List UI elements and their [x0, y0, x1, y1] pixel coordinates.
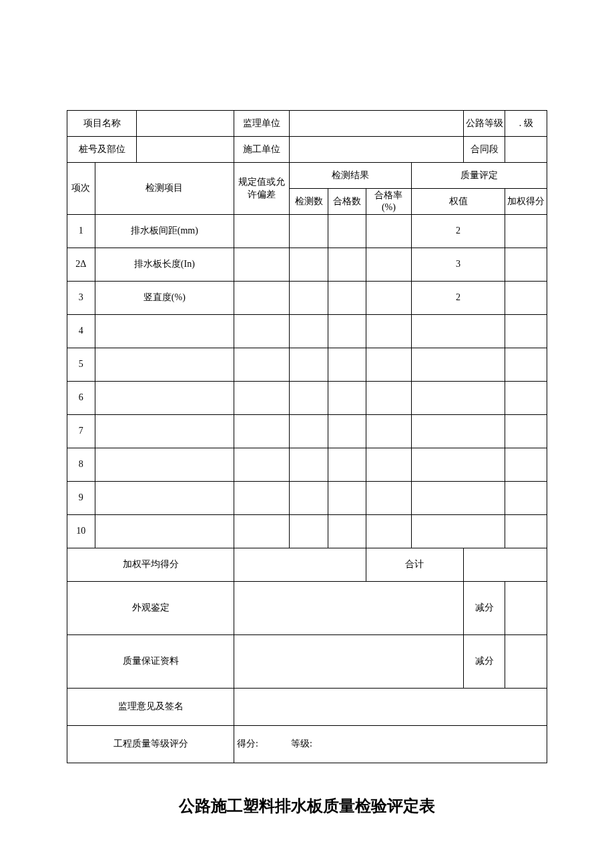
cell-score	[505, 248, 547, 282]
cell-weight	[411, 482, 505, 515]
qa-docs-value	[234, 635, 464, 689]
col-pass-rate: 合格率(%)	[366, 189, 412, 215]
col-spec: 规定值或允许偏差	[234, 163, 290, 215]
deduct-label: 减分	[463, 635, 505, 689]
road-grade-value: . 级	[505, 111, 547, 137]
cell-no: 1	[67, 215, 95, 248]
table-row: 1 排水板间距(mm) 2	[67, 215, 547, 248]
supervisor-row: 监理意见及签名	[67, 689, 547, 726]
cell-weight	[411, 515, 505, 548]
col-pass-count: 合格数	[328, 189, 366, 215]
deduct-value	[505, 582, 547, 635]
cell-inspect	[290, 415, 328, 448]
table-row: 2Δ 排水板长度(In) 3	[67, 248, 547, 282]
cell-weight	[411, 415, 505, 448]
cell-weight: 2	[411, 215, 505, 248]
cell-score	[505, 415, 547, 448]
table-row: 5	[67, 348, 547, 382]
deduct-value	[505, 635, 547, 689]
cell-spec	[234, 215, 290, 248]
supervisor-opinion-label: 监理意见及签名	[67, 689, 234, 726]
cell-inspect	[290, 515, 328, 548]
cell-pass	[328, 215, 366, 248]
cell-score	[505, 315, 547, 348]
table-row: 10	[67, 515, 547, 548]
cell-spec	[234, 348, 290, 382]
cell-score	[505, 448, 547, 482]
project-name-value	[137, 111, 234, 137]
quality-grade-row: 工程质量等级评分 得分: 等级:	[67, 726, 547, 763]
cell-inspect	[290, 348, 328, 382]
cell-spec	[234, 282, 290, 315]
total-value	[463, 548, 547, 582]
cell-no: 9	[67, 482, 95, 515]
quality-grade-value: 得分: 等级:	[234, 726, 547, 763]
quality-grade-label: 工程质量等级评分	[67, 726, 234, 763]
contract-section-label: 合同段	[463, 137, 505, 163]
table-row: 6	[67, 382, 547, 415]
cell-rate	[366, 382, 412, 415]
cell-weight: 3	[411, 248, 505, 282]
cell-rate	[366, 348, 412, 382]
cell-weight	[411, 348, 505, 382]
table-row: 4	[67, 315, 547, 348]
cell-weight	[411, 382, 505, 415]
col-inspection-results: 检测结果	[290, 163, 411, 189]
cell-score	[505, 282, 547, 315]
cell-no: 8	[67, 448, 95, 482]
project-name-label: 项目名称	[67, 111, 137, 137]
cell-rate	[366, 515, 412, 548]
cell-spec	[234, 415, 290, 448]
column-header-row-1: 项次 检测项目 规定值或允许偏差 检测结果 质量评定	[67, 163, 547, 189]
cell-no: 7	[67, 415, 95, 448]
cell-no: 10	[67, 515, 95, 548]
cell-rate	[366, 315, 412, 348]
table-row: 7	[67, 415, 547, 448]
construction-unit-value	[290, 137, 463, 163]
cell-item	[95, 382, 234, 415]
col-quality-eval: 质量评定	[411, 163, 547, 189]
cell-pass	[328, 448, 366, 482]
cell-inspect	[290, 215, 328, 248]
qa-docs-row: 质量保证资料 减分	[67, 635, 547, 689]
appearance-value	[234, 582, 464, 635]
appearance-row: 外观鉴定 减分	[67, 582, 547, 635]
cell-no: 5	[67, 348, 95, 382]
weighted-avg-row: 加权平均得分 合计	[67, 548, 547, 582]
cell-item: 排水板间距(mm)	[95, 215, 234, 248]
cell-score	[505, 482, 547, 515]
road-grade-label: 公路等级	[463, 111, 505, 137]
cell-item: 竖直度(%)	[95, 282, 234, 315]
cell-no: 3	[67, 282, 95, 315]
supervisor-opinion-value	[234, 689, 547, 726]
cell-pass	[328, 282, 366, 315]
weighted-avg-label: 加权平均得分	[67, 548, 234, 582]
cell-spec	[234, 248, 290, 282]
total-label: 合计	[366, 548, 464, 582]
cell-pass	[328, 415, 366, 448]
cell-inspect	[290, 315, 328, 348]
station-label: 桩号及部位	[67, 137, 137, 163]
col-inspection-item: 检测项目	[95, 163, 234, 215]
score-text: 得分:	[237, 739, 258, 749]
cell-item	[95, 415, 234, 448]
col-item-no: 项次	[67, 163, 95, 215]
cell-pass	[328, 315, 366, 348]
cell-inspect	[290, 482, 328, 515]
col-weighted-score: 加权得分	[505, 189, 547, 215]
cell-spec	[234, 515, 290, 548]
cell-pass	[328, 482, 366, 515]
cell-pass	[328, 248, 366, 282]
table-row: 8	[67, 448, 547, 482]
weighted-avg-value	[234, 548, 366, 582]
cell-item	[95, 315, 234, 348]
cell-inspect	[290, 382, 328, 415]
cell-rate	[366, 482, 412, 515]
supervision-unit-value	[290, 111, 463, 137]
cell-weight	[411, 315, 505, 348]
cell-inspect	[290, 248, 328, 282]
cell-rate	[366, 415, 412, 448]
cell-spec	[234, 315, 290, 348]
col-weight: 权值	[411, 189, 505, 215]
cell-rate	[366, 448, 412, 482]
